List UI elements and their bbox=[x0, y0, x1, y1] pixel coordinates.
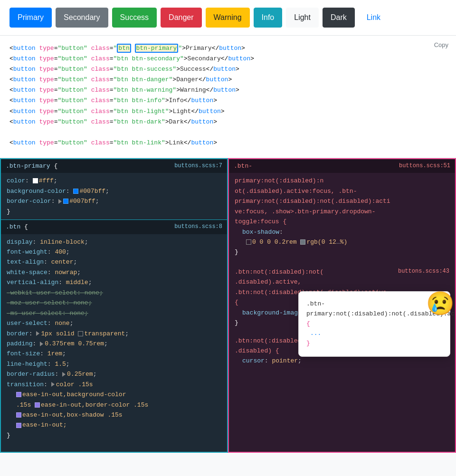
code-line-5: <button type="button" class="btn btn-war… bbox=[10, 85, 446, 95]
right-panel-section1-header: .btn- buttons.scss:51 bbox=[229, 159, 455, 173]
r-color-transparent bbox=[246, 239, 251, 245]
css-rule-border: border: 1px solid transparent; bbox=[7, 329, 221, 339]
success-button[interactable]: Success bbox=[112, 8, 157, 28]
warning-button[interactable]: Warning bbox=[206, 8, 250, 28]
left-panel-section1-header: .btn-primary { buttons.scss:7 bbox=[1, 159, 227, 173]
right-close-brace-1: } bbox=[235, 247, 449, 257]
tooltip-dots: ... bbox=[306, 329, 442, 339]
left-panel-file-2: buttons.scss:8 bbox=[174, 222, 222, 232]
code-line-3: <button type="button" class="btn btn-suc… bbox=[10, 64, 446, 75]
color-swatch-purple-4 bbox=[16, 423, 21, 428]
left-panel-title-1: .btn-primary { bbox=[6, 161, 57, 171]
css-rule-display: display: inline-block; bbox=[7, 237, 221, 247]
copy-button[interactable]: Copy bbox=[434, 41, 448, 48]
code-line-10: <button type="button" class="btn btn-lin… bbox=[10, 138, 446, 148]
left-panel-file-1: buttons.scss:7 bbox=[174, 162, 222, 171]
light-button[interactable]: Light bbox=[286, 8, 319, 28]
right-css-boxshadow-val: 0 0 0 0.2rem rgb(0 12…%) bbox=[235, 237, 449, 247]
css-rule-verticalalign: vertical-align: middle; bbox=[7, 277, 221, 287]
left-css-panel: .btn-primary { buttons.scss:7 color: #ff… bbox=[0, 158, 228, 453]
color-swatch-transparent bbox=[78, 331, 83, 336]
css-rule-color: color: #fff; bbox=[7, 176, 221, 186]
info-button[interactable]: Info bbox=[254, 8, 283, 28]
code-display: Copy <button type="button" class="btn bt… bbox=[0, 36, 456, 158]
css-close-brace-2: } bbox=[7, 430, 221, 440]
right-panel-content-1: primary:not(:disabled):n ot(.disabled).a… bbox=[229, 173, 455, 260]
button-bar: Primary Secondary Success Danger Warning… bbox=[0, 0, 456, 36]
right-css-cursor: cursor: pointer; bbox=[235, 356, 449, 366]
color-swatch-blue bbox=[73, 189, 78, 194]
css-rule-whitespace: white-space: nowrap; bbox=[7, 267, 221, 277]
link-button[interactable]: Link bbox=[359, 8, 389, 28]
css-transition-value-1: ease-in-out,background-color bbox=[7, 390, 221, 400]
color-swatch-purple-2 bbox=[35, 402, 40, 408]
color-swatch-purple-3 bbox=[16, 412, 21, 418]
css-rule-bg: background-color: #007bff; bbox=[7, 186, 221, 196]
code-line-8: <button type="button" class="btn btn-dar… bbox=[10, 117, 446, 127]
crying-emoji: 😢 bbox=[426, 287, 455, 324]
arrow-icon bbox=[58, 199, 62, 204]
tooltip-close: } bbox=[306, 339, 442, 349]
border-arrow-icon bbox=[36, 331, 39, 336]
css-rule-fontsize: font-size: 1rem; bbox=[7, 349, 221, 359]
padding-arrow-icon bbox=[40, 342, 43, 346]
css-rule-userselect: user-select: none; bbox=[7, 318, 221, 328]
css-rule-webkit-select: -webkit-user-select: none; bbox=[7, 288, 221, 298]
right-css-selector-1: primary:not(:disabled):n ot(.disabled).a… bbox=[235, 176, 449, 227]
left-panel-content-2: display: inline-block; font-weight: 400;… bbox=[1, 234, 227, 444]
code-line-9 bbox=[10, 127, 446, 138]
dark-button[interactable]: Dark bbox=[323, 8, 355, 28]
code-line-7: <button type="button" class="btn btn-lig… bbox=[10, 106, 446, 117]
right-css-rule-boxshadow: box-shadow: bbox=[235, 227, 449, 237]
primary-button[interactable]: Primary bbox=[10, 8, 52, 28]
css-rule-border: border-color: #007bff; bbox=[7, 196, 221, 206]
code-line-6: <button type="button" class="btn btn-inf… bbox=[10, 95, 446, 106]
left-panel-section2-header: .btn { buttons.scss:8 bbox=[1, 219, 227, 234]
color-swatch-blue-2 bbox=[63, 199, 68, 204]
right-panel-file-1: buttons.scss:51 bbox=[399, 162, 450, 171]
right-css-panel: .btn- buttons.scss:51 primary:not(:disab… bbox=[228, 158, 456, 453]
tooltip-popup: 😢 .btn-primary:not(:disabled):not(.disab… bbox=[298, 291, 450, 357]
code-line-1: <button type="button" class="btn btn-pri… bbox=[10, 43, 446, 54]
css-rule-transition: transition: color .15s bbox=[7, 380, 221, 390]
css-rule-fontweight: font-weight: 400; bbox=[7, 247, 221, 257]
css-transition-value-2: .15s ease-in-out,border-color .15s bbox=[7, 400, 221, 410]
left-panel-title-2: .btn { bbox=[6, 222, 28, 232]
bottom-panels: .btn-primary { buttons.scss:7 color: #ff… bbox=[0, 158, 456, 453]
css-rule-ms-select: -ms-user-select: none; bbox=[7, 308, 221, 318]
r-color-grey bbox=[300, 239, 305, 245]
tooltip-selector-text: .btn-primary:not(:disabled):not(.disable… bbox=[306, 299, 442, 329]
color-swatch-white bbox=[33, 178, 38, 183]
css-transition-value-3: ease-in-out,box-shadow .15s bbox=[7, 410, 221, 420]
css-transition-value-4: ease-in-out; bbox=[7, 420, 221, 430]
code-line-4: <button type="button" class="btn btn-dan… bbox=[10, 75, 446, 85]
color-swatch-purple bbox=[16, 392, 21, 397]
code-line-2: <button type="button" class="btn btn-sec… bbox=[10, 54, 446, 64]
css-rule-moz-select: -moz-user-select: none; bbox=[7, 298, 221, 308]
danger-button[interactable]: Danger bbox=[161, 8, 201, 28]
radius-arrow-icon bbox=[62, 372, 66, 377]
css-rule-lineheight: line-height: 1.5; bbox=[7, 359, 221, 369]
css-close-brace-1: } bbox=[7, 207, 221, 217]
right-panel-title-1: .btn- bbox=[234, 161, 252, 171]
secondary-button[interactable]: Secondary bbox=[56, 8, 108, 28]
css-rule-padding: padding: 0.375rem 0.75rem; bbox=[7, 339, 221, 349]
left-panel-content-1: color: #fff; background-color: #007bff; … bbox=[1, 173, 227, 219]
transition-arrow-icon bbox=[51, 382, 55, 387]
css-rule-borderradius: border-radius: 0.25rem; bbox=[7, 369, 221, 379]
css-rule-textalign: text-align: center; bbox=[7, 257, 221, 267]
